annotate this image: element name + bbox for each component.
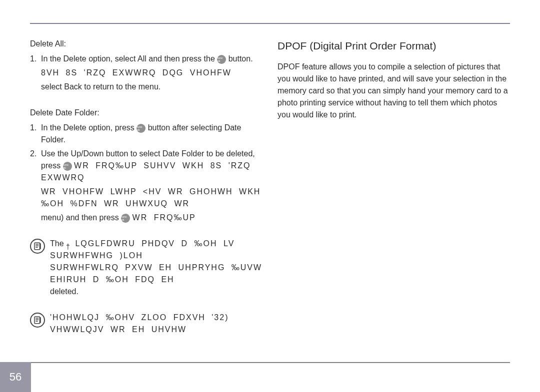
step-number: 1. (30, 53, 41, 65)
garbled-text: WR VHOHFW LWHP <HV WR GHOHWH WKH ‰OH %DF… (41, 186, 262, 210)
func-ok-icon: func ok (121, 214, 130, 223)
step-body: In the Delete option, select All and the… (41, 53, 262, 65)
date-folder-step-1: 1. In the Delete option, press func ok b… (30, 122, 262, 146)
func-ok-icon: func ok (217, 55, 226, 64)
header-rule (30, 15, 510, 24)
note-1: The LQGLFDWRU PHDQV D ‰OH LV SURWHFWHG )… (30, 238, 262, 298)
page-number: 56 (0, 362, 31, 392)
step-body: Use the Up/Down button to select Date Fo… (41, 148, 262, 184)
note-text: The LQGLFDWRU PHDQV D ‰OH LV SURWHFWHG )… (50, 238, 262, 298)
garbled-text: 'HOHWLQJ ‰OHV ZLOO FDXVH '32) VHWWLQJV W… (50, 312, 262, 336)
func-ok-icon: func ok (136, 124, 146, 133)
manual-page: Delete All: 1. In the Delete option, sel… (30, 15, 510, 372)
delete-all-heading: Delete All: (30, 38, 262, 50)
garbled-text: LQGLFDWRU PHDQV D ‰OH LV SURWHFWHG )LOH (50, 239, 234, 260)
text: deleted. (50, 286, 262, 298)
garbled-text: 8VH 8S 'RZQ EXWWRQ DQG VHOHFW (41, 67, 262, 79)
dpof-body: DPOF feature allows you to compile a sel… (278, 61, 510, 121)
text: In the Delete option, select All and the… (41, 54, 217, 63)
step-number: 1. (30, 122, 41, 146)
note-2: 'HOHWLQJ ‰OHV ZLOO FDXVH '32) VHWWLQJV W… (30, 312, 262, 336)
delete-date-folder-heading: Delete Date Folder: (30, 107, 262, 119)
delete-all-step-1: 1. In the Delete option, select All and … (30, 53, 262, 65)
footer-rule (31, 362, 510, 363)
date-folder-step-2: 2. Use the Up/Down button to select Date… (30, 148, 262, 184)
quote-glyph-icon (66, 241, 73, 248)
step-body: In the Delete option, press func ok butt… (41, 122, 262, 146)
text: The (50, 239, 66, 248)
right-column: DPOF (Digital Print Order Format) DPOF f… (278, 38, 510, 336)
text: select Back to return to the menu. (41, 81, 262, 93)
text: In the Delete option, press (41, 123, 136, 132)
note-icon (30, 313, 45, 328)
garbled-text: WR FRQ‰UP (132, 213, 196, 222)
step-body: menu) and then press func ok WR FRQ‰UP (41, 212, 262, 224)
left-column: Delete All: 1. In the Delete option, sel… (30, 38, 262, 336)
text: menu) and then press (41, 213, 121, 222)
dpof-heading: DPOF (Digital Print Order Format) (278, 38, 510, 54)
garbled-text: WR FRQ‰UP SUHVV WKH 8S 'RZQ EXWWRQ (41, 161, 250, 182)
step-number: 2. (30, 148, 41, 184)
garbled-text: SURWHFWLRQ PXVW EH UHPRYHG ‰UVW EHIRUH D… (50, 262, 262, 286)
func-ok-icon: func ok (63, 162, 72, 171)
text: button. (226, 54, 252, 63)
content-columns: Delete All: 1. In the Delete option, sel… (30, 38, 510, 336)
note-icon (30, 239, 45, 254)
